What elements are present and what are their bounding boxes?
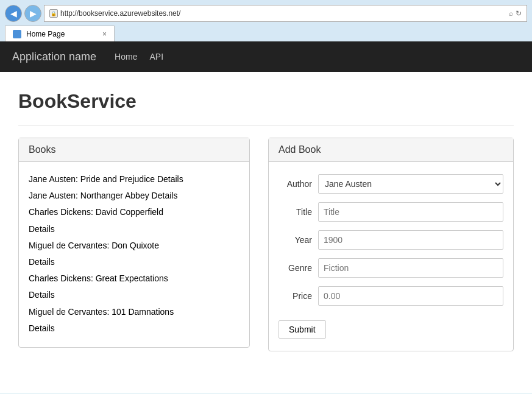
tab-favicon	[13, 30, 21, 38]
book-author: Jane Austen	[29, 191, 76, 200]
details-link-3[interactable]: Details	[29, 224, 55, 234]
author-row: Author Jane Austen Charles Dickens Migue…	[278, 174, 503, 194]
book-author: Jane Austen	[29, 174, 76, 184]
back-icon: ◀	[10, 9, 17, 18]
books-panel-header: Books	[19, 138, 249, 162]
browser-tab[interactable]: Home Page ×	[5, 26, 115, 41]
year-label: Year	[278, 235, 312, 245]
list-item: Details	[29, 255, 239, 270]
list-item: Details	[29, 321, 239, 336]
app-name: Application name	[12, 51, 96, 63]
book-author: Miguel de Cervantes	[29, 241, 107, 250]
details-link-4[interactable]: Details	[29, 257, 55, 267]
divider	[18, 125, 514, 125]
url-icon: 🔒	[49, 9, 58, 18]
nav-links: Home API	[115, 49, 163, 64]
details-link-6[interactable]: Details	[29, 323, 55, 333]
books-list: Jane Austen: Pride and Prejudice Details…	[19, 162, 249, 347]
details-link-2[interactable]: Details	[152, 191, 178, 200]
tab-label: Home Page	[26, 30, 65, 38]
details-link-5[interactable]: Details	[29, 290, 55, 300]
book-author: Miguel de Cervantes	[29, 307, 107, 317]
back-button[interactable]: ◀	[5, 5, 22, 22]
books-panel: Books Jane Austen: Pride and Prejudice D…	[18, 138, 250, 348]
add-book-form: Author Jane Austen Charles Dickens Migue…	[269, 162, 513, 351]
genre-label: Genre	[278, 263, 312, 273]
title-input[interactable]	[318, 202, 503, 222]
price-label: Price	[278, 291, 312, 301]
forward-icon: ▶	[30, 9, 37, 18]
nav-link-home[interactable]: Home	[115, 49, 137, 64]
refresh-icon[interactable]: ↻	[516, 9, 522, 18]
list-item: Jane Austen: Northanger Abbey Details	[29, 188, 239, 203]
price-row: Price	[278, 286, 503, 306]
add-book-panel: Add Book Author Jane Austen Charles Dick…	[268, 138, 514, 351]
panels: Books Jane Austen: Pride and Prejudice D…	[18, 138, 514, 351]
book-author: Charles Dickens	[29, 207, 91, 217]
genre-row: Genre	[278, 258, 503, 278]
add-book-panel-header: Add Book	[269, 138, 513, 162]
submit-button[interactable]: Submit	[278, 320, 326, 339]
year-row: Year	[278, 230, 503, 250]
title-label: Title	[278, 207, 312, 217]
list-item: Miguel de Cervantes: Don Quixote	[29, 238, 239, 253]
browser-toolbar: ◀ ▶ 🔒 http://bookservice.azurewebsites.n…	[5, 5, 527, 22]
genre-input[interactable]	[318, 258, 503, 278]
app-navbar: Application name Home API	[0, 41, 532, 72]
list-item: Charles Dickens: Great Expectations	[29, 271, 239, 286]
tab-bar: Home Page ×	[5, 26, 527, 41]
details-link-1[interactable]: Details	[157, 174, 183, 184]
list-item: Details	[29, 287, 239, 303]
list-item: Miguel de Cervantes: 101 Damnations	[29, 304, 239, 320]
title-row: Title	[278, 202, 503, 222]
search-icon: ⌕	[509, 9, 513, 18]
author-label: Author	[278, 179, 312, 189]
address-bar[interactable]: 🔒 http://bookservice.azurewebsites.net/ …	[44, 5, 527, 22]
book-author: Charles Dickens	[29, 273, 91, 283]
list-item: Details	[29, 222, 239, 237]
price-input[interactable]	[318, 286, 503, 306]
forward-button[interactable]: ▶	[24, 5, 41, 22]
list-item: Jane Austen: Pride and Prejudice Details	[29, 172, 239, 187]
browser-chrome: ◀ ▶ 🔒 http://bookservice.azurewebsites.n…	[0, 0, 532, 41]
author-select[interactable]: Jane Austen Charles Dickens Miguel de Ce…	[318, 174, 503, 194]
tab-close-button[interactable]: ×	[102, 30, 107, 38]
year-input[interactable]	[318, 230, 503, 250]
page-content: BookService Books Jane Austen: Pride and…	[0, 72, 532, 393]
list-item: Charles Dickens: David Copperfield	[29, 205, 239, 220]
url-text: http://bookservice.azurewebsites.net/	[60, 9, 504, 18]
page-title: BookService	[18, 90, 514, 113]
nav-link-api[interactable]: API	[149, 49, 163, 64]
